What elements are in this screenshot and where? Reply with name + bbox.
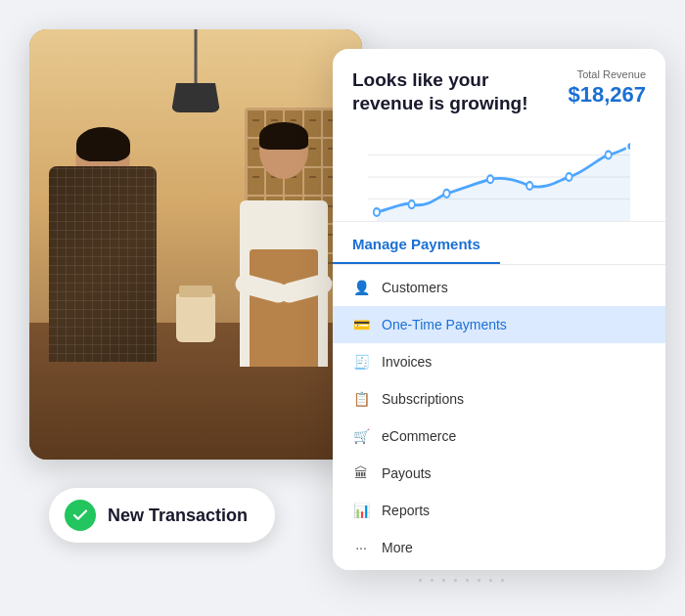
nav-icon-more: ··· xyxy=(352,539,370,556)
transaction-label: New Transaction xyxy=(108,506,248,526)
dot xyxy=(442,579,445,582)
panel-header: Looks like your revenue is growing! Tota… xyxy=(333,49,665,221)
revenue-headline: Looks like your revenue is growing! xyxy=(352,68,528,115)
nav-label-ecommerce: eCommerce xyxy=(382,428,456,444)
nav-icon-reports: 📊 xyxy=(352,502,370,519)
nav-label-one-time-payments: One-Time Payments xyxy=(382,317,507,332)
nav-label-payouts: Payouts xyxy=(382,465,432,481)
svg-point-8 xyxy=(566,173,571,181)
svg-point-9 xyxy=(606,151,612,158)
lamp-shade xyxy=(171,83,220,112)
total-revenue-value: $18,267 xyxy=(568,82,646,108)
nav-label-invoices: Invoices xyxy=(382,354,432,370)
paper-bag xyxy=(176,293,215,342)
nav-label-subscriptions: Subscriptions xyxy=(382,391,464,407)
nav-icon-ecommerce: 🛒 xyxy=(352,427,370,445)
nav-label-customers: Customers xyxy=(382,280,448,295)
nav-item-ecommerce[interactable]: 🛒eCommerce xyxy=(333,418,665,455)
dot xyxy=(501,579,504,582)
nav-item-reports[interactable]: 📊Reports xyxy=(333,492,665,529)
nav-item-more[interactable]: ···More xyxy=(333,529,665,566)
nav-item-payouts[interactable]: 🏛Payouts xyxy=(333,455,665,492)
revenue-chart xyxy=(368,133,630,221)
cashier-figure xyxy=(225,122,342,367)
svg-point-4 xyxy=(409,200,415,208)
nav-item-customers[interactable]: 👤Customers xyxy=(333,269,665,306)
customer-figure xyxy=(39,127,166,362)
dot xyxy=(431,579,434,582)
dot xyxy=(454,579,457,582)
chart-area xyxy=(352,123,646,221)
svg-point-6 xyxy=(487,175,493,183)
photo-card xyxy=(29,29,362,460)
lamp-cord xyxy=(195,29,198,88)
manage-payments-title: Manage Payments xyxy=(333,222,500,264)
section-title-wrap: Manage Payments xyxy=(333,222,665,265)
total-revenue-block: Total Revenue $18,267 xyxy=(568,68,646,108)
nav-icon-payouts: 🏛 xyxy=(352,464,370,482)
check-icon xyxy=(65,500,96,531)
total-revenue-label: Total Revenue xyxy=(568,68,646,80)
dot xyxy=(419,579,422,582)
ui-panel: Looks like your revenue is growing! Tota… xyxy=(333,49,665,570)
svg-point-5 xyxy=(443,189,449,197)
nav-item-one-time-payments[interactable]: 💳One-Time Payments xyxy=(333,306,665,343)
nav-icon-one-time-payments: 💳 xyxy=(352,316,370,333)
nav-label-reports: Reports xyxy=(382,503,430,518)
new-transaction-badge: New Transaction xyxy=(49,488,275,543)
svg-point-10 xyxy=(626,142,630,151)
scene: New Transaction Looks like your revenue … xyxy=(20,20,665,596)
nav-item-subscriptions[interactable]: 📋Subscriptions xyxy=(333,380,665,418)
nav-items: 👤Customers💳One-Time Payments🧾Invoices📋Su… xyxy=(333,265,665,570)
nav-icon-customers: 👤 xyxy=(352,279,370,296)
svg-point-7 xyxy=(526,182,532,190)
dot xyxy=(466,579,469,582)
nav-icon-invoices: 🧾 xyxy=(352,353,370,371)
nav-label-more: More xyxy=(382,540,413,555)
nav-item-invoices[interactable]: 🧾Invoices xyxy=(333,343,665,380)
dot xyxy=(489,579,492,582)
svg-point-3 xyxy=(374,208,380,216)
dot xyxy=(478,579,480,582)
nav-icon-subscriptions: 📋 xyxy=(352,390,370,408)
